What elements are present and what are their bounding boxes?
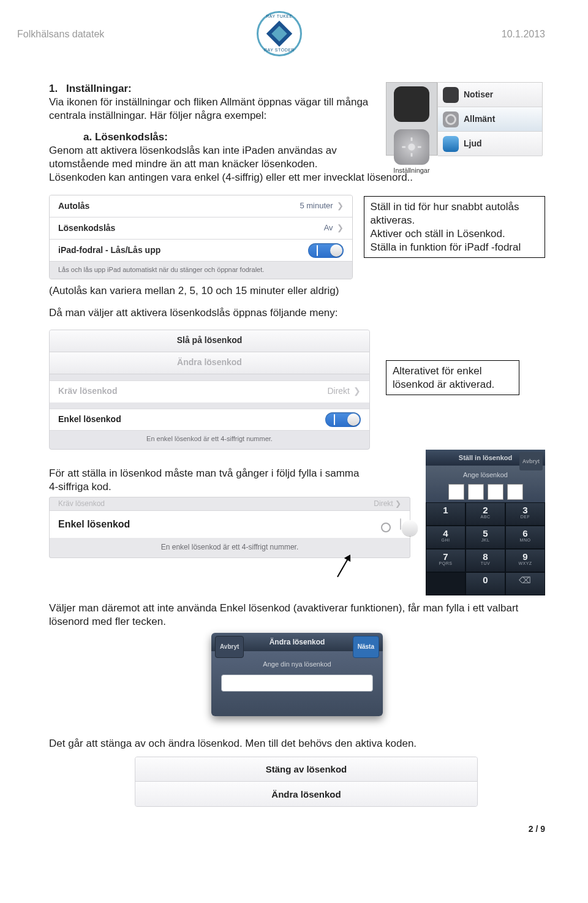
arrow-annotation — [49, 558, 545, 575]
row-enkel-losenkod[interactable]: Enkel lösenkod — [50, 409, 369, 431]
header-left: Folkhälsans datatek — [17, 11, 257, 40]
svg-point-0 — [408, 143, 415, 150]
keypad-titlebar: Ställ in lösenkod Avbryt — [426, 450, 545, 466]
callout-autolock: Ställ in tid för hur snabbt autolås akti… — [364, 196, 545, 258]
screenshot-passcode-menu: Slå på lösenkod Ändra lösenkod Kräv löse… — [49, 330, 370, 450]
row-andra[interactable]: Ändra lösenkod — [135, 782, 477, 806]
row-andra-disabled: Ändra lösenkod — [50, 352, 369, 374]
svg-rect-4 — [418, 146, 421, 148]
chevron-right-icon: ❯ — [337, 201, 344, 211]
toggle-on-icon[interactable] — [325, 412, 361, 427]
dialog-prompt: Ange din nya lösenkod — [221, 660, 373, 668]
svg-rect-2 — [411, 153, 413, 157]
screenshot-change-passcode-dialog: Avbryt Ändra lösenkod Nästa Ange din nya… — [211, 633, 383, 716]
key-2[interactable]: 2ABC — [466, 502, 505, 526]
screenshot-settings-icon: Inställningar Notiser Allmänt Ljud — [386, 82, 545, 161]
header-date: 10.1.2013 — [306, 11, 545, 40]
cancel-button[interactable]: Avbryt — [519, 452, 543, 470]
key-blank — [426, 572, 466, 595]
screenshot-autolock-list: Autolås 5 minuter ❯ Lösenkodslås Av ❯ iP… — [49, 195, 353, 279]
key-4[interactable]: 4GHI — [426, 526, 466, 549]
key-6[interactable]: 6MNO — [505, 526, 545, 549]
settings-row-allmant[interactable]: Allmänt — [438, 107, 542, 132]
settings-row-ljud[interactable]: Ljud — [438, 132, 542, 156]
notifications-icon — [443, 87, 459, 103]
dialog-title: Ändra lösenkod — [270, 638, 325, 646]
backspace-key[interactable]: ⌫ — [505, 572, 545, 595]
logo-text-top: RAY TUKEE — [258, 14, 300, 20]
settings-row-label: Ljud — [464, 138, 482, 149]
key-3[interactable]: 3DEF — [505, 502, 545, 526]
settings-app-icon — [394, 129, 429, 165]
row-enkel-losenkod-off[interactable]: Enkel lösenkod — [50, 511, 410, 538]
list-footer-note: Lås och lås upp iPad automatiskt när du … — [50, 262, 352, 279]
sound-icon — [443, 136, 459, 152]
note-non-simple: Väljer man däremot att inte använda Enke… — [49, 602, 545, 629]
keypad-prompt: Ange lösenkod — [426, 466, 545, 502]
key-5[interactable]: 5JKL — [466, 526, 505, 549]
row-sla-pa[interactable]: Slå på lösenkod — [50, 330, 369, 352]
row-ipad-fodral[interactable]: iPad-fodral - Lås/Lås upp — [50, 240, 352, 262]
key-1[interactable]: 1 — [426, 502, 466, 526]
settings-row-notiser[interactable]: Notiser — [438, 83, 542, 107]
gear-icon — [443, 111, 459, 127]
svg-rect-3 — [402, 146, 405, 148]
toggle-on-icon[interactable] — [308, 243, 344, 258]
next-button[interactable]: Nästa — [353, 636, 379, 658]
cancel-button[interactable]: Avbryt — [215, 636, 244, 658]
note-autolock-range: (Autolås kan variera mellan 2, 5, 10 och… — [49, 284, 545, 298]
note-turn-off: Det går att stänga av och ändra lösenkod… — [49, 737, 545, 750]
list-footer-note: En enkel lösenkod är ett 4-siffrigt numm… — [50, 431, 369, 449]
chevron-right-icon: ❯ — [337, 223, 344, 233]
row-krav-losenkod: Kräv lösenkod Direkt ❯ — [50, 380, 369, 402]
row-stang-av[interactable]: Stäng av lösenkod — [135, 757, 477, 782]
key-0[interactable]: 0 — [466, 572, 505, 595]
page-header: Folkhälsans datatek RAY TUKEE RAY STÖDER… — [17, 11, 545, 60]
passcode-input[interactable] — [221, 674, 373, 692]
row-autolas[interactable]: Autolås 5 minuter ❯ — [50, 195, 352, 217]
row-losenkodslas[interactable]: Lösenkodslås Av ❯ — [50, 217, 352, 240]
note-set-code-twice: För att ställa in lösenkod måste man två… — [49, 467, 368, 494]
logo: RAY TUKEE RAY STÖDER — [257, 11, 306, 60]
screenshot-turnoff-list: Stäng av lösenkod Ändra lösenkod — [135, 757, 478, 807]
svg-rect-1 — [411, 137, 413, 141]
chevron-right-icon: ❯ — [353, 386, 361, 397]
callout-enkel-on: Alterativet för enkel lösenkod är aktive… — [386, 360, 519, 396]
note-open-menu: Då man väljer att aktivera lösenkodslås … — [49, 306, 545, 320]
toggle-off-icon[interactable] — [400, 518, 401, 530]
app-icon-unknown — [394, 86, 429, 122]
logo-text-bottom: RAY STÖDER — [258, 48, 300, 53]
logo-icon — [266, 21, 292, 47]
page-number: 2 / 9 — [17, 824, 545, 835]
settings-row-label: Allmänt — [464, 114, 495, 125]
screenshot-enkel-off: Kräv lösenkod Direkt ❯ Enkel lösenkod En… — [49, 497, 410, 557]
settings-row-label: Notiser — [464, 89, 493, 100]
